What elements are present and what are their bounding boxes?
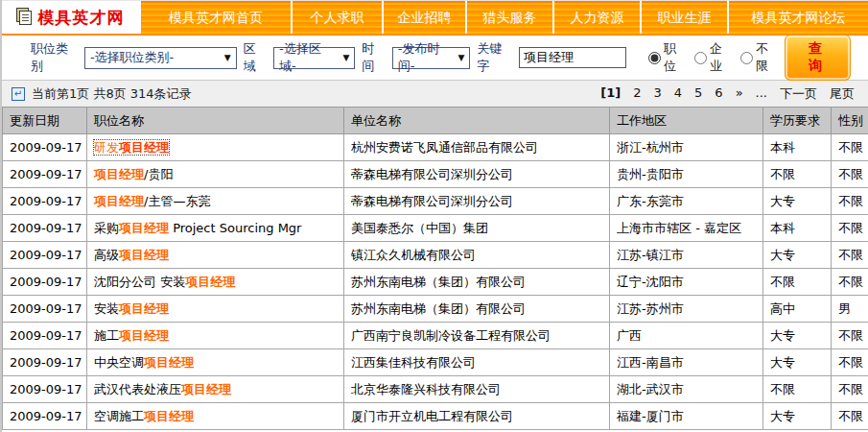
job-title-link[interactable]: 施工项目经理: [94, 328, 169, 343]
page-link[interactable]: »: [736, 85, 743, 103]
cell-education: 大专: [763, 188, 832, 215]
page-link[interactable]: 3: [654, 85, 662, 103]
job-title-link[interactable]: 中央空调项目经理: [94, 355, 194, 370]
search-bar: 职位类别 -选择职位类别- ▼ 区域 -选择区域- ▼ 时间 -发布时间- ▼ …: [2, 36, 868, 81]
cell-update-date: 2009-09-17: [3, 323, 87, 349]
keyword-input[interactable]: [519, 47, 626, 68]
scope-radio[interactable]: [740, 52, 753, 64]
keyword-label: 关键字: [477, 40, 512, 75]
cell-gender: 不限: [832, 242, 868, 269]
nav-tab[interactable]: 企业招聘: [384, 1, 465, 34]
scope-radio[interactable]: [648, 52, 661, 64]
job-title-link[interactable]: 高级项目经理: [94, 248, 169, 262]
cell-region: 广东-东莞市: [610, 188, 763, 215]
job-title-link[interactable]: 项目经理/贵阳: [94, 167, 173, 181]
cell-update-date: 2009-09-17: [3, 349, 87, 376]
job-title-link[interactable]: 项目经理/主管—东莞: [94, 194, 210, 208]
page-link[interactable]: 尾页: [830, 85, 855, 103]
page-link[interactable]: [1]: [600, 85, 621, 103]
time-select[interactable]: -发布时间- ▼: [392, 47, 471, 69]
cell-update-date: 2009-09-17: [3, 296, 87, 323]
job-title-link[interactable]: 沈阳分公司 安装项目经理: [94, 275, 235, 289]
keyword-highlight: 项目经理: [94, 194, 144, 208]
job-title-link[interactable]: 采购项目经理 Project Sourcing Mgr: [94, 221, 301, 235]
cell-region: 辽宁-沈阳市: [610, 269, 763, 296]
nav-tab[interactable]: 模具英才网首页: [141, 1, 291, 34]
cell-job-title: 研发项目经理: [87, 134, 344, 161]
nav-tab[interactable]: 个人求职: [293, 1, 382, 34]
table-row: 2009-09-17 安装项目经理 苏州东南电梯（集团）有限公司 江苏-苏州市 …: [3, 296, 868, 323]
pagination: [1] 2 3 4 5 6 » ... 下一页 尾页: [600, 85, 855, 103]
keyword-highlight: 项目经理: [119, 221, 169, 235]
cell-region: 浙江-杭州市: [610, 134, 763, 161]
table-header-row: 更新日期 职位名称 单位名称 工作地区 学历要求 性别: [3, 108, 868, 134]
cell-company: 美国泰悉尔（中国）集团: [344, 215, 610, 242]
chevron-down-icon: ▼: [335, 53, 349, 62]
query-button[interactable]: 查 询: [785, 35, 851, 81]
cell-update-date: 2009-09-17: [3, 269, 87, 296]
status-bar: ↵ 当前第1页 共8页 314条记录 [1] 2 3 4 5 6 » ... 下…: [2, 81, 868, 107]
job-title-link[interactable]: 安装项目经理: [94, 301, 169, 316]
nav-tab[interactable]: 人力资源: [554, 1, 640, 34]
cell-education: 不限: [763, 376, 832, 403]
page-link[interactable]: 5: [694, 85, 702, 103]
cell-gender: 不限: [832, 269, 868, 296]
table-row: 2009-09-17 武汉代表处液压项目经理 北京华泰隆兴科技有限公司 湖北-武…: [3, 376, 868, 403]
keyword-highlight: 项目经理: [119, 248, 169, 262]
job-results-table: 更新日期 职位名称 单位名称 工作地区 学历要求 性别 2009-09-17 研…: [2, 107, 868, 430]
table-row: 2009-09-17 研发项目经理 杭州安费诺飞凤通信部品有限公司 浙江-杭州市…: [3, 134, 868, 161]
cell-gender: 不限: [832, 215, 868, 242]
scope-radio[interactable]: [694, 52, 707, 64]
keyword-highlight: 项目经理: [119, 301, 169, 316]
col-header-region: 工作地区: [610, 108, 763, 134]
cell-company: 蒂森电梯有限公司深圳分公司: [344, 188, 610, 215]
cell-job-title: 项目经理/主管—东莞: [87, 188, 344, 215]
category-select[interactable]: -选择职位类别- ▼: [84, 47, 237, 69]
keyword-highlight: 项目经理: [144, 409, 194, 423]
scope-radios: 职位 企业 不限: [643, 40, 778, 75]
cell-education: 大专: [763, 323, 832, 349]
page-link[interactable]: 6: [715, 85, 722, 103]
cell-region: 江苏-苏州市: [610, 296, 763, 323]
cell-update-date: 2009-09-17: [3, 376, 87, 403]
cell-company: 杭州安费诺飞凤通信部品有限公司: [344, 134, 610, 161]
col-header-gender: 性别: [832, 108, 868, 134]
cell-update-date: 2009-09-17: [3, 161, 87, 188]
nav-tab[interactable]: 职业生涯: [642, 1, 727, 34]
job-title-link[interactable]: 武汉代表处液压项目经理: [94, 382, 231, 396]
cell-education: 不限: [763, 161, 832, 188]
page-link[interactable]: 2: [633, 85, 641, 103]
cell-education: 大专: [763, 349, 832, 376]
cell-education: 不限: [763, 269, 832, 296]
cell-update-date: 2009-09-17: [3, 215, 87, 242]
nav-tab[interactable]: 模具英才网论坛: [729, 1, 868, 34]
record-count-text: 当前第1页 共8页 314条记录: [32, 85, 192, 103]
cell-company: 镇江众久机械有限公司: [344, 242, 610, 269]
page-link[interactable]: 4: [674, 85, 682, 103]
category-label: 职位类别: [31, 40, 78, 75]
cell-update-date: 2009-09-17: [3, 134, 87, 161]
cell-region: 湖北-武汉市: [610, 376, 763, 403]
pages-icon: [19, 11, 32, 25]
job-title-link[interactable]: 研发项目经理: [94, 140, 169, 155]
page-link[interactable]: 下一页: [780, 85, 817, 103]
cell-region: 贵州-贵阳市: [610, 161, 763, 188]
col-header-company: 单位名称: [344, 108, 610, 134]
site-name: 模具英才网: [38, 7, 125, 29]
cell-company: 北京华泰隆兴科技有限公司: [344, 376, 610, 403]
site-logo[interactable]: 模具英才网: [2, 1, 141, 34]
scope-radio-option[interactable]: 企业: [689, 40, 732, 75]
keyword-highlight: 项目经理: [119, 328, 169, 343]
cell-company: 广西南宁良凯制冷设备工程有限公司: [344, 323, 610, 349]
cell-education: 本科: [763, 134, 832, 161]
cell-region: 福建-厦门市: [610, 403, 763, 430]
region-select[interactable]: -选择区域- ▼: [273, 47, 355, 69]
cell-gender: 不限: [832, 161, 868, 188]
cell-region: 上海市市辖区 - 嘉定区: [610, 215, 763, 242]
job-title-link[interactable]: 空调施工项目经理: [94, 409, 194, 423]
page-link[interactable]: ...: [756, 85, 767, 103]
scope-radio-option[interactable]: 职位: [643, 40, 686, 75]
nav-tab[interactable]: 猎头服务: [467, 1, 552, 34]
scope-radio-option[interactable]: 不限: [735, 40, 778, 75]
table-row: 2009-09-17 沈阳分公司 安装项目经理 苏州东南电梯（集团）有限公司 辽…: [3, 269, 868, 296]
